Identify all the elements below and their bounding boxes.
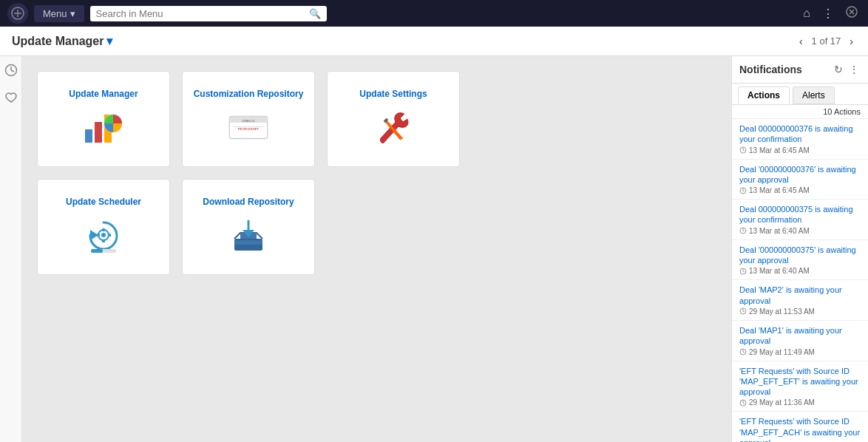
top-navigation: Menu ▾ 🔍 ⌂ ⋮ (0, 0, 868, 27)
search-icon: 🔍 (309, 8, 321, 19)
svg-rect-25 (91, 249, 103, 253)
tile-update-settings-label: Update Settings (353, 89, 433, 99)
tile-update-scheduler[interactable]: Update Scheduler (37, 179, 170, 275)
svg-line-50 (743, 403, 745, 404)
notification-text: Deal '000000000376' is awaiting your app… (739, 164, 861, 186)
notification-text: 'EFT Requests' with Source ID 'MAP_EFT_E… (739, 366, 861, 398)
tab-alerts[interactable]: Alerts (793, 86, 835, 104)
svg-line-6 (11, 70, 14, 72)
notifications-tabs: Actions Alerts (732, 84, 868, 105)
notifications-refresh-button[interactable]: ↻ (833, 62, 844, 77)
page-title: Update Manager ▾ (12, 34, 112, 48)
clock-icon[interactable] (4, 64, 18, 80)
svg-line-41 (743, 271, 745, 272)
notification-item[interactable]: 'EFT Requests' with Source ID 'MAP_EFT_A… (732, 412, 868, 442)
notification-text: Deal 'MAP1' is awaiting your approval (739, 325, 861, 347)
content-area: Update Manager (22, 56, 731, 442)
pagination: ‹ 1 of 17 › (796, 34, 856, 49)
tile-customization-icon: ORACLE PEOPLESOFT (226, 105, 271, 149)
svg-rect-15 (233, 126, 265, 127)
tile-customization-label: Customization Repository (188, 89, 310, 99)
notification-text: Deal 'MAP2' is awaiting your approval (739, 285, 861, 306)
svg-text:PEOPLESOFT: PEOPLESOFT (238, 127, 260, 131)
notification-item[interactable]: 'EFT Requests' with Source ID 'MAP_EFT_E… (732, 361, 868, 412)
tile-update-manager-icon (81, 105, 126, 149)
left-sidebar (0, 56, 22, 442)
svg-rect-21 (102, 239, 105, 242)
svg-rect-20 (102, 228, 105, 231)
close-button[interactable] (843, 3, 861, 24)
notifications-header: Notifications ↻ ⋮ (732, 56, 868, 84)
notifications-list: Deal 000000000376 is awaiting your confi… (732, 119, 868, 442)
title-dropdown-icon[interactable]: ▾ (106, 34, 112, 48)
notification-time: 13 Mar at 6:45 AM (739, 186, 861, 194)
tab-actions[interactable]: Actions (738, 86, 790, 104)
sub-header: Update Manager ▾ ‹ 1 of 17 › (0, 27, 868, 56)
notifications-panel: Notifications ↻ ⋮ Actions Alerts 10 Acti… (731, 56, 868, 442)
tile-update-settings[interactable]: Update Settings (327, 71, 460, 167)
svg-rect-23 (108, 234, 111, 237)
notification-item[interactable]: Deal '000000000376' is awaiting your app… (732, 160, 868, 200)
tile-download-repository-icon (226, 213, 271, 257)
tile-update-scheduler-label: Update Scheduler (60, 197, 147, 207)
notifications-title: Notifications (739, 64, 830, 75)
favorites-icon[interactable] (4, 92, 18, 108)
app-logo (7, 3, 28, 24)
svg-line-44 (743, 311, 745, 312)
notification-time: 13 Mar at 6:45 AM (739, 146, 861, 154)
prev-page-button[interactable]: ‹ (796, 34, 806, 49)
more-options-button[interactable]: ⋮ (819, 4, 837, 24)
svg-rect-29 (234, 240, 262, 245)
tile-update-settings-icon (371, 105, 416, 149)
svg-text:ORACLE: ORACLE (242, 119, 255, 123)
notification-text: Deal '000000000375' is awaiting your app… (739, 245, 861, 266)
notification-text: 'EFT Requests' with Source ID 'MAP_EFT_A… (739, 416, 861, 442)
tile-update-manager-label: Update Manager (63, 89, 143, 99)
svg-rect-22 (97, 234, 100, 237)
page-count: 1 of 17 (812, 35, 841, 47)
svg-line-35 (743, 191, 745, 191)
notification-text: Deal 000000000375 is awaiting your confi… (739, 204, 861, 225)
svg-line-38 (743, 231, 745, 231)
tile-download-repository-label: Download Repository (197, 197, 299, 207)
notification-item[interactable]: Deal '000000000375' is awaiting your app… (732, 240, 868, 281)
notification-time: 13 Mar at 6:40 AM (739, 227, 861, 235)
notification-time: 29 May at 11:53 AM (739, 307, 861, 316)
search-input[interactable] (96, 8, 309, 19)
svg-rect-7 (85, 129, 92, 143)
notification-time: 29 May at 11:49 AM (739, 348, 861, 356)
tile-row-2: Update Scheduler (37, 179, 716, 275)
notifications-count: 10 Actions (732, 105, 868, 119)
svg-point-19 (101, 233, 106, 237)
main-layout: Update Manager (0, 56, 868, 442)
svg-line-47 (743, 352, 745, 353)
svg-rect-8 (95, 122, 102, 143)
home-button[interactable]: ⌂ (800, 4, 813, 23)
notification-item[interactable]: Deal 'MAP2' is awaiting your approval 29… (732, 280, 868, 321)
notification-item[interactable]: Deal 000000000375 is awaiting your confi… (732, 200, 868, 240)
notification-item[interactable]: Deal 000000000376 is awaiting your confi… (732, 119, 868, 160)
notification-time: 13 Mar at 6:40 AM (739, 267, 861, 275)
tile-update-manager[interactable]: Update Manager (37, 71, 170, 167)
tile-customization-repository[interactable]: Customization Repository ORACLE PEOPLESO… (182, 71, 315, 167)
tile-row-1: Update Manager (37, 71, 716, 167)
notification-text: Deal 000000000376 is awaiting your confi… (739, 123, 861, 145)
tile-update-scheduler-icon (81, 213, 126, 257)
notifications-more-button[interactable]: ⋮ (847, 62, 861, 77)
svg-line-32 (743, 150, 745, 151)
notification-time: 29 May at 11:36 AM (739, 398, 861, 407)
menu-button[interactable]: Menu ▾ (34, 5, 84, 22)
next-page-button[interactable]: › (847, 34, 856, 49)
search-bar: 🔍 (90, 6, 327, 21)
notification-item[interactable]: Deal 'MAP1' is awaiting your approval 29… (732, 321, 868, 361)
tile-download-repository[interactable]: Download Repository (182, 179, 315, 275)
